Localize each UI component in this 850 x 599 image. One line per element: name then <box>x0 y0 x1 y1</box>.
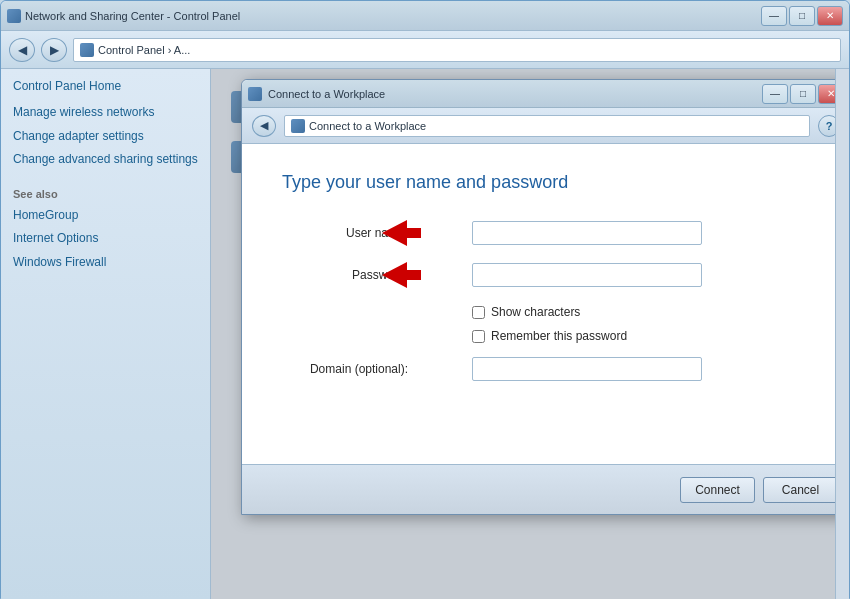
outer-title-area: Network and Sharing Center - Control Pan… <box>7 9 240 23</box>
dialog-window-icon <box>248 87 262 101</box>
dialog-heading: Type your user name and password <box>282 172 810 193</box>
window-icon <box>7 9 21 23</box>
show-characters-label[interactable]: Show characters <box>491 305 580 319</box>
dialog-overlay: Connect to a Workplace — □ ✕ ◀ <box>211 69 849 599</box>
remember-password-row: Remember this password <box>472 329 810 343</box>
dialog-body: ◀ Connect to a Workplace ? Type your use… <box>242 108 849 514</box>
username-input[interactable] <box>472 221 702 245</box>
sidebar-home-link[interactable]: Control Panel Home <box>13 79 198 93</box>
see-also-label: See also <box>13 188 198 200</box>
password-input[interactable] <box>472 263 702 287</box>
dialog-window-controls: — □ ✕ <box>762 84 844 104</box>
content-area: Choose homegroup and sharing options Acc… <box>211 69 849 599</box>
password-row: Password: <box>282 263 810 287</box>
outer-window-title: Network and Sharing Center - Control Pan… <box>25 10 240 22</box>
show-characters-checkbox[interactable] <box>472 306 485 319</box>
username-arrow-indicator <box>377 218 422 248</box>
address-text: Control Panel › A... <box>98 44 190 56</box>
forward-button[interactable]: ▶ <box>41 38 67 62</box>
nav-bar: ◀ ▶ Control Panel › A... <box>1 31 849 69</box>
domain-input[interactable] <box>472 357 702 381</box>
outer-close-button[interactable]: ✕ <box>817 6 843 26</box>
outer-maximize-button[interactable]: □ <box>789 6 815 26</box>
dialog-title-area: Connect to a Workplace <box>248 87 385 101</box>
connect-to-workplace-dialog: Connect to a Workplace — □ ✕ ◀ <box>241 79 849 515</box>
dialog-footer: Connect Cancel <box>242 464 849 514</box>
domain-label: Domain (optional): <box>282 362 422 376</box>
svg-marker-1 <box>382 262 421 288</box>
domain-row: Domain (optional): <box>282 357 810 381</box>
dialog-address-icon <box>291 119 305 133</box>
password-arrow-indicator <box>377 260 422 290</box>
sidebar-item-change-adapter[interactable]: Change adapter settings <box>13 129 198 145</box>
dialog-content: Type your user name and password User na… <box>242 144 849 464</box>
back-button[interactable]: ◀ <box>9 38 35 62</box>
show-characters-row: Show characters <box>472 305 810 319</box>
svg-marker-0 <box>382 220 421 246</box>
outer-titlebar: Network and Sharing Center - Control Pan… <box>1 1 849 31</box>
sidebar-item-manage-wireless[interactable]: Manage wireless networks <box>13 105 198 121</box>
sidebar-links: Manage wireless networks Change adapter … <box>13 105 198 168</box>
address-icon <box>80 43 94 57</box>
dialog-back-button[interactable]: ◀ <box>252 115 276 137</box>
remember-password-label[interactable]: Remember this password <box>491 329 627 343</box>
sidebar-item-homegroup[interactable]: HomeGroup <box>13 208 198 224</box>
sidebar-item-internet-options[interactable]: Internet Options <box>13 231 198 247</box>
dialog-maximize-button[interactable]: □ <box>790 84 816 104</box>
dialog-minimize-button[interactable]: — <box>762 84 788 104</box>
main-layout: Control Panel Home Manage wireless netwo… <box>1 69 849 599</box>
sidebar: Control Panel Home Manage wireless netwo… <box>1 69 211 599</box>
scrollbar[interactable] <box>835 69 849 599</box>
dialog-titlebar: Connect to a Workplace — □ ✕ <box>242 80 849 108</box>
outer-window-controls: — □ ✕ <box>761 6 843 26</box>
dialog-title-text: Connect to a Workplace <box>268 88 385 100</box>
dialog-address-bar: Connect to a Workplace <box>284 115 810 137</box>
remember-password-checkbox[interactable] <box>472 330 485 343</box>
username-row: User name: <box>282 221 810 245</box>
cancel-button[interactable]: Cancel <box>763 477 838 503</box>
dialog-address-text: Connect to a Workplace <box>309 120 426 132</box>
outer-window: Network and Sharing Center - Control Pan… <box>0 0 850 599</box>
address-bar[interactable]: Control Panel › A... <box>73 38 841 62</box>
dialog-nav-bar: ◀ Connect to a Workplace ? <box>242 108 849 144</box>
sidebar-item-change-advanced[interactable]: Change advanced sharing settings <box>13 152 198 168</box>
connect-button[interactable]: Connect <box>680 477 755 503</box>
outer-minimize-button[interactable]: — <box>761 6 787 26</box>
sidebar-item-windows-firewall[interactable]: Windows Firewall <box>13 255 198 271</box>
